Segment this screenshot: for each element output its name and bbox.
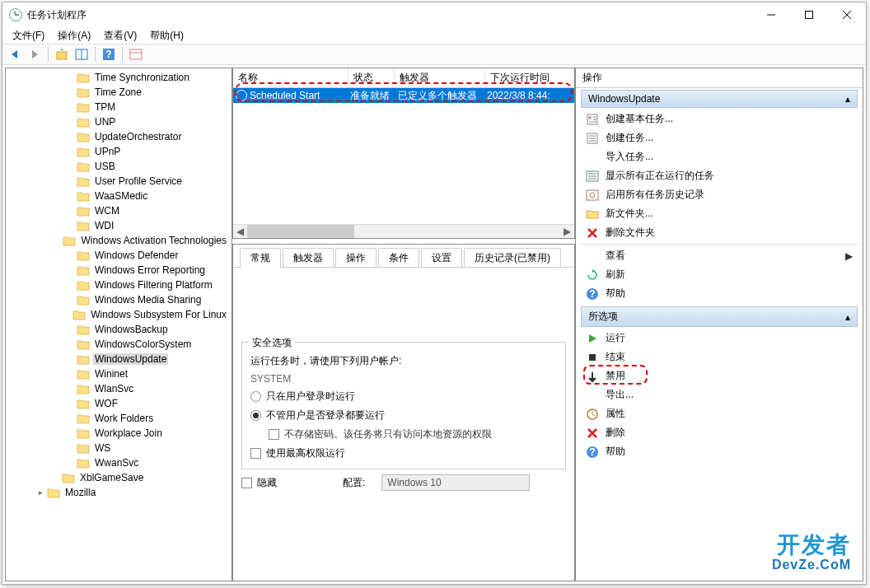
menu-help[interactable]: 帮助(H): [143, 27, 190, 44]
tree-item[interactable]: Windows Error Reporting: [6, 263, 232, 278]
tree-item[interactable]: WindowsColorSystem: [6, 337, 232, 352]
svg-rect-9: [130, 49, 142, 59]
collapse-icon: ▴: [845, 311, 850, 323]
config-combo[interactable]: Windows 10: [381, 474, 530, 491]
help-icon: ?: [586, 287, 599, 301]
tree-item[interactable]: Workplace Join: [6, 426, 232, 441]
disable-icon: [586, 370, 599, 383]
tree-item[interactable]: ▸Mozilla: [6, 485, 232, 500]
action-item[interactable]: 导出...: [581, 385, 858, 404]
maximize-button[interactable]: [790, 2, 828, 27]
tree-item[interactable]: WwanSvc: [6, 455, 232, 470]
action-item[interactable]: 删除: [581, 423, 858, 442]
tab-triggers[interactable]: 触发器: [283, 248, 334, 268]
tree-item[interactable]: TPM: [6, 100, 232, 114]
action-item[interactable]: 新文件夹...: [581, 204, 858, 223]
view-button[interactable]: [127, 45, 145, 63]
tree-item[interactable]: UNP: [6, 114, 232, 129]
actions-panel: 操作 WindowsUpdate ▴ 创建基本任务...创建任务...导入任务.…: [575, 68, 863, 581]
radio-any-logon[interactable]: 不管用户是否登录都要运行: [250, 408, 557, 422]
col-trigger[interactable]: 触发器: [395, 68, 485, 87]
tree-item[interactable]: User Profile Service: [6, 174, 232, 189]
action-item[interactable]: 属性: [581, 404, 858, 423]
help-button[interactable]: ?: [100, 45, 118, 63]
tree-item[interactable]: WOF: [6, 396, 232, 411]
tree-item[interactable]: Time Zone: [6, 85, 232, 100]
tree-item[interactable]: Windows Activation Technologies: [6, 233, 232, 248]
col-status[interactable]: 状态: [348, 68, 395, 87]
folder-icon: [72, 310, 86, 320]
checkbox-hidden[interactable]: 隐藏: [241, 476, 277, 490]
checkbox-no-store-pwd[interactable]: 不存储密码。该任务将只有访问本地资源的权限: [250, 427, 557, 441]
tree-item[interactable]: Windows Subsystem For Linux: [6, 307, 232, 322]
checkbox-highest-priv[interactable]: 使用最高权限运行: [250, 446, 557, 460]
tab-settings[interactable]: 设置: [421, 248, 462, 268]
tree-item[interactable]: XblGameSave: [6, 470, 232, 485]
tree-item[interactable]: Work Folders: [6, 411, 232, 426]
pane-toggle-button[interactable]: [72, 45, 91, 63]
folder-icon: [77, 354, 90, 365]
folder-icon: [77, 265, 90, 276]
tree-item[interactable]: Wininet: [6, 366, 232, 381]
col-nextrun[interactable]: 下次运行时间: [485, 68, 574, 87]
action-item[interactable]: 创建任务...: [581, 128, 858, 147]
tree-item[interactable]: Windows Filtering Platform: [6, 278, 232, 292]
task-icon: [586, 132, 599, 145]
menu-file[interactable]: 文件(F): [6, 27, 51, 44]
tree-item[interactable]: WindowsUpdate: [6, 352, 232, 366]
folder-tree[interactable]: Time SynchronizationTime ZoneTPMUNPUpdat…: [5, 68, 232, 581]
col-name[interactable]: 名称: [233, 68, 348, 87]
menu-view[interactable]: 查看(V): [97, 27, 143, 44]
tab-actions[interactable]: 操作: [335, 248, 377, 268]
task-list-header[interactable]: 名称 状态 触发器 下次运行时间: [233, 68, 574, 88]
action-item[interactable]: 查看▶: [581, 246, 858, 265]
action-item[interactable]: 结束: [581, 348, 858, 366]
action-group-header-windowsupdate[interactable]: WindowsUpdate ▴: [581, 90, 858, 108]
folder-icon: [77, 458, 90, 469]
action-item[interactable]: 禁用: [581, 366, 858, 385]
tree-item[interactable]: Windows Defender: [6, 248, 232, 263]
tree-item[interactable]: WDI: [6, 218, 232, 233]
forward-button[interactable]: [26, 45, 44, 63]
action-item[interactable]: 刷新: [581, 265, 858, 284]
task-row[interactable]: Scheduled Start 准备就绪 已定义多个触发器 2022/3/8 8…: [233, 88, 574, 103]
tree-item[interactable]: UPnP: [6, 144, 232, 159]
action-item[interactable]: 删除文件夹: [581, 223, 858, 242]
up-button[interactable]: [53, 45, 71, 63]
security-fieldset: 安全选项 运行任务时，请使用下列用户帐户: SYSTEM 只在用户登录时运行 不…: [241, 342, 566, 469]
config-label: 配置:: [343, 476, 365, 490]
tree-item[interactable]: WaaSMedic: [6, 189, 232, 203]
action-item[interactable]: 运行: [581, 329, 858, 348]
radio-only-logged-on[interactable]: 只在用户登录时运行: [250, 390, 557, 404]
action-item[interactable]: ?帮助: [581, 284, 858, 303]
tree-item[interactable]: WindowsBackup: [6, 322, 232, 337]
folder-icon: [77, 72, 90, 83]
close-button[interactable]: [828, 2, 866, 27]
wizard-icon: [586, 113, 599, 126]
tree-item[interactable]: WCM: [6, 203, 232, 218]
tree-item[interactable]: WS: [6, 441, 232, 455]
tree-item[interactable]: Windows Media Sharing: [6, 292, 232, 307]
back-button[interactable]: [6, 45, 24, 63]
deletered-icon: [586, 427, 599, 440]
action-item[interactable]: 导入任务...: [581, 147, 858, 166]
refresh-icon: [586, 268, 599, 282]
tree-item[interactable]: WlanSvc: [6, 381, 232, 396]
props-icon: [586, 408, 599, 421]
action-item[interactable]: ?帮助: [581, 442, 858, 461]
action-item[interactable]: 启用所有任务历史记录: [581, 185, 858, 204]
horizontal-scrollbar[interactable]: ◀ ▶: [233, 224, 574, 238]
tree-item[interactable]: UpdateOrchestrator: [6, 129, 232, 144]
folder-icon: [77, 176, 90, 187]
blank-icon: [586, 389, 599, 402]
tree-item[interactable]: Time Synchronization: [6, 70, 232, 85]
tab-history[interactable]: 历史记录(已禁用): [464, 248, 561, 268]
minimize-button[interactable]: [752, 2, 790, 27]
action-item[interactable]: 显示所有正在运行的任务: [581, 166, 858, 185]
tree-item[interactable]: USB: [6, 159, 232, 174]
action-item[interactable]: 创建基本任务...: [581, 110, 858, 128]
action-group-header-selection[interactable]: 所选项 ▴: [581, 306, 858, 327]
tab-general[interactable]: 常规: [240, 248, 281, 268]
tab-conditions[interactable]: 条件: [378, 248, 419, 268]
menu-action[interactable]: 操作(A): [51, 27, 97, 44]
